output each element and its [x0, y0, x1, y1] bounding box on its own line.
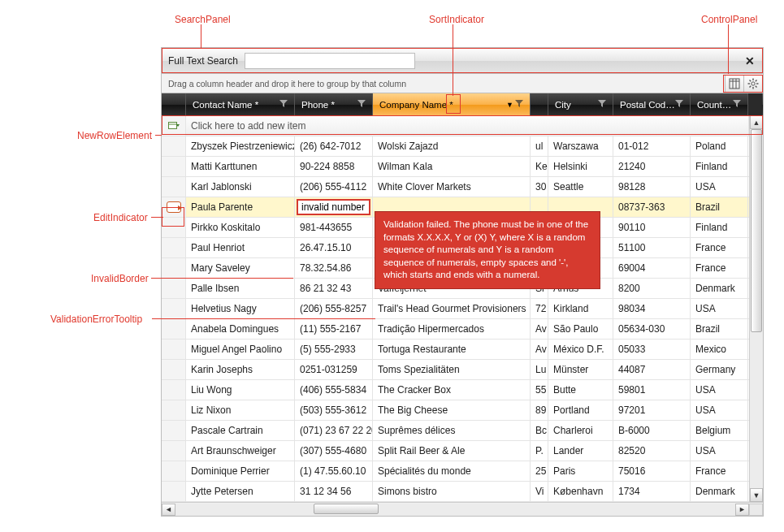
cell-postal[interactable]: 21240 [613, 157, 691, 177]
cell-fax[interactable]: ul [531, 136, 548, 157]
cell-company[interactable]: Split Rail Beer & Ale [373, 441, 531, 461]
data-row[interactable]: Karin Josephs0251-031259Toms Spezialität… [162, 360, 763, 380]
cell-postal[interactable]: 90110 [613, 218, 691, 238]
search-input[interactable] [245, 53, 415, 69]
cell-contact[interactable]: Miguel Angel Paolino [186, 340, 295, 360]
horizontal-scrollbar[interactable]: ◄ ► [162, 502, 763, 516]
filter-icon[interactable] [515, 100, 523, 110]
data-row[interactable]: Miguel Angel Paolino(5) 555-2933Tortuga … [162, 340, 763, 360]
vscroll-track[interactable] [750, 129, 763, 488]
cell-company[interactable]: Tortuga Restaurante [373, 340, 531, 360]
cell-contact[interactable]: Art Braunschweiger [186, 441, 295, 461]
cell-postal[interactable]: 51100 [613, 238, 691, 258]
cell-fax[interactable]: Bc [531, 421, 548, 441]
column-header-fax[interactable] [531, 93, 548, 115]
cell-postal[interactable]: 98128 [613, 177, 691, 197]
cell-fax[interactable]: 72 [531, 299, 548, 319]
cell-fax[interactable]: Av [531, 340, 548, 360]
filter-icon[interactable] [279, 100, 288, 110]
cell-city[interactable]: Charleroi [548, 421, 613, 441]
column-header-company[interactable]: Company Name *▼ [373, 93, 531, 115]
filter-icon[interactable] [733, 100, 741, 110]
cell-country[interactable]: Germany [691, 360, 748, 380]
cell-contact[interactable]: Pirkko Koskitalo [186, 218, 295, 238]
cell-fax[interactable]: 25 [531, 461, 548, 482]
cell-fax[interactable]: 89 Su [531, 400, 548, 421]
cell-postal[interactable]: B-6000 [613, 421, 691, 441]
cell-country[interactable]: USA [691, 380, 748, 400]
cell-contact[interactable]: Karl Jablonski [186, 177, 295, 197]
cell-fax[interactable]: P. [531, 441, 548, 461]
cell-fax[interactable]: Ke [531, 157, 548, 177]
cell-postal[interactable]: 98034 [613, 299, 691, 319]
cell-city[interactable]: Warszawa [548, 136, 613, 157]
data-row[interactable]: Helvetius Nagy(206) 555-8257Trail's Head… [162, 299, 763, 319]
cell-city[interactable]: Kirkland [548, 299, 613, 319]
cell-postal[interactable]: 97201 [613, 400, 691, 421]
cell-city[interactable]: Münster [548, 360, 613, 380]
cell-phone[interactable]: 90-224 8858 [295, 157, 373, 177]
cell-phone[interactable]: (26) 642-7012 [295, 136, 373, 157]
cell-city[interactable]: Helsinki [548, 157, 613, 177]
cell-phone[interactable]: (5) 555-2933 [295, 340, 373, 360]
cell-city[interactable]: Paris [548, 461, 613, 482]
cell-contact[interactable]: Anabela Domingues [186, 319, 295, 340]
cell-country[interactable]: Brazil [691, 197, 748, 218]
settings-button[interactable] [743, 75, 763, 93]
filter-icon[interactable] [357, 100, 366, 110]
cell-country[interactable]: Belgium [691, 421, 748, 441]
column-header-phone[interactable]: Phone * [295, 93, 373, 115]
cell-city[interactable]: Butte [548, 380, 613, 400]
cell-country[interactable]: Mexico [691, 340, 748, 360]
cell-phone[interactable] [295, 197, 373, 218]
cell-company[interactable]: Wilman Kala [373, 157, 531, 177]
cell-fax[interactable]: Vi [531, 482, 548, 502]
cell-city[interactable]: México D.F. [548, 340, 613, 360]
cell-city[interactable]: København [548, 482, 613, 502]
cell-city[interactable]: Seattle [548, 177, 613, 197]
hscroll-thumb[interactable] [314, 504, 379, 514]
cell-fax[interactable]: Av [531, 319, 548, 340]
cell-company[interactable]: White Clover Markets [373, 177, 531, 197]
cell-company[interactable]: Wolski Zajazd [373, 136, 531, 157]
cell-company[interactable]: The Big Cheese [373, 400, 531, 421]
data-row[interactable]: Pascale Cartrain(071) 23 67 22 20Suprême… [162, 421, 763, 441]
filter-icon[interactable] [598, 100, 606, 110]
cell-country[interactable]: USA [691, 400, 748, 421]
cell-phone[interactable]: 86 21 32 43 [295, 279, 373, 299]
column-chooser-button[interactable] [725, 75, 744, 93]
data-row[interactable]: Liu Wong(406) 555-5834The Cracker Box55B… [162, 380, 763, 400]
cell-country[interactable]: Brazil [691, 319, 748, 340]
cell-phone[interactable]: 0251-031259 [295, 360, 373, 380]
scroll-up-button[interactable]: ▲ [750, 115, 763, 129]
cell-country[interactable]: Poland [691, 136, 748, 157]
cell-contact[interactable]: Jytte Petersen [186, 482, 295, 502]
cell-contact[interactable]: Karin Josephs [186, 360, 295, 380]
data-row[interactable]: Dominique Perrier(1) 47.55.60.10Spéciali… [162, 461, 763, 482]
cell-company[interactable]: Suprêmes délices [373, 421, 531, 441]
cell-city[interactable]: São Paulo [548, 319, 613, 340]
cell-postal[interactable]: 69004 [613, 258, 691, 279]
cell-phone[interactable]: 26.47.15.10 [295, 238, 373, 258]
cell-fax[interactable]: Lu [531, 360, 548, 380]
cell-country[interactable]: USA [691, 299, 748, 319]
cell-contact[interactable]: Helvetius Nagy [186, 299, 295, 319]
cell-contact[interactable]: Dominique Perrier [186, 461, 295, 482]
cell-country[interactable]: Denmark [691, 482, 748, 502]
cell-company[interactable]: Toms Spezialitäten [373, 360, 531, 380]
cell-contact[interactable]: Matti Karttunen [186, 157, 295, 177]
cell-country[interactable]: USA [691, 177, 748, 197]
filter-icon[interactable] [675, 100, 683, 110]
scroll-left-button[interactable]: ◄ [162, 504, 175, 516]
cell-postal[interactable]: 59801 [613, 380, 691, 400]
search-close-button[interactable]: ✕ [742, 53, 758, 69]
new-row-element[interactable]: Click here to add new item [162, 116, 763, 136]
cell-city[interactable]: Portland [548, 400, 613, 421]
cell-contact[interactable]: Liz Nixon [186, 400, 295, 421]
cell-postal[interactable]: 08737-363 [613, 197, 691, 218]
cell-phone[interactable]: (206) 555-8257 [295, 299, 373, 319]
cell-country[interactable]: Finland [691, 218, 748, 238]
cell-phone[interactable]: 981-443655 [295, 218, 373, 238]
cell-company[interactable]: Simons bistro [373, 482, 531, 502]
data-row[interactable]: Liz Nixon(503) 555-3612The Big Cheese89 … [162, 400, 763, 421]
